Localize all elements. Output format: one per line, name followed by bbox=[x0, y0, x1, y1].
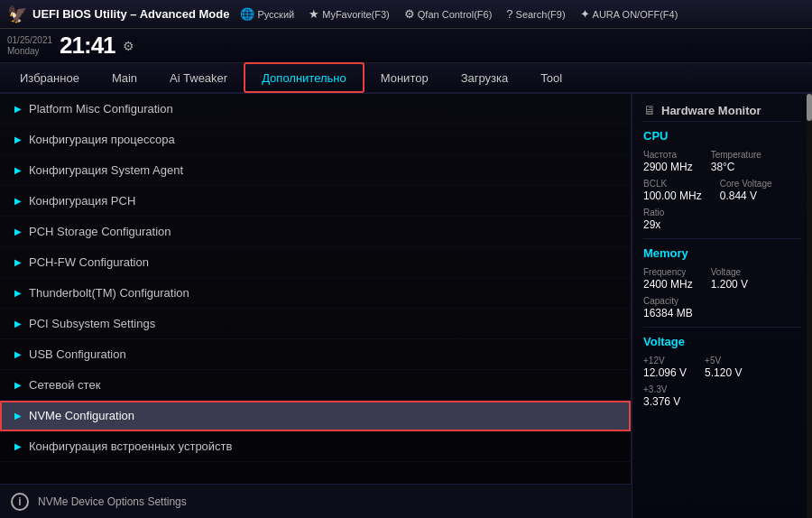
cpu-bclk-label: BCLK bbox=[643, 179, 702, 189]
menu-item-label: Конфигурация встроенных устройств bbox=[29, 439, 232, 453]
topbar: 🦅 UEFI BIOS Utility – Advanced Mode 🌐 Ру… bbox=[0, 0, 812, 29]
memory-voltage: Voltage 1.200 V bbox=[711, 267, 748, 291]
menu-thunderbolt[interactable]: ▶ Thunderbolt(TM) Configuration bbox=[0, 278, 631, 309]
voltage-12v: +12V 12.096 V bbox=[643, 356, 687, 379]
aura-label: AURA ON/OFF(F4) bbox=[593, 9, 678, 20]
voltage-row-2: +3.3V 3.376 V bbox=[643, 384, 801, 408]
arrow-icon: ▶ bbox=[14, 319, 22, 328]
arrow-icon: ▶ bbox=[14, 288, 22, 298]
nav-izbrannoye[interactable]: Избранное bbox=[4, 62, 96, 93]
cpu-row-3: Ratio 29x bbox=[643, 208, 801, 231]
time-display: 21:41 bbox=[60, 32, 115, 60]
star-icon: ★ bbox=[309, 7, 319, 21]
cpu-frequency-value: 2900 MHz bbox=[643, 161, 693, 173]
main-layout: ▶ Platform Misc Configuration ▶ Конфигур… bbox=[0, 94, 812, 518]
hw-monitor-title: Hardware Monitor bbox=[661, 104, 761, 117]
menu-item-label: PCI Subsystem Settings bbox=[29, 317, 155, 330]
memory-row-2: Capacity 16384 MB bbox=[643, 296, 801, 319]
voltage-3v3-label: +3.3V bbox=[643, 384, 680, 394]
arrow-icon: ▶ bbox=[14, 441, 22, 451]
cpu-frequency-label: Частота bbox=[643, 150, 693, 160]
nav-tool[interactable]: Tool bbox=[524, 62, 578, 93]
menu-item-label: Platform Misc Configuration bbox=[29, 102, 173, 116]
cpu-row-2: BCLK 100.00 MHz Core Voltage 0.844 V bbox=[643, 179, 801, 202]
qfan-button[interactable]: ⚙ Qfan Control(F6) bbox=[404, 7, 493, 21]
date-display: 01/25/2021 Monday bbox=[7, 35, 52, 57]
menu-cpu-config[interactable]: ▶ Конфигурация процессора bbox=[0, 125, 631, 155]
arrow-icon: ▶ bbox=[14, 227, 22, 236]
voltage-section-title: Voltage bbox=[643, 335, 801, 348]
memory-section-title: Memory bbox=[643, 246, 801, 260]
voltage-3v3-value: 3.376 V bbox=[643, 395, 680, 408]
datetime-bar: 01/25/2021 Monday 21:41 ⚙ bbox=[0, 29, 812, 63]
nav-main[interactable]: Main bbox=[96, 62, 153, 93]
voltage-12v-label: +12V bbox=[643, 356, 687, 365]
memory-capacity-label: Capacity bbox=[643, 296, 693, 306]
menu-pch-fw[interactable]: ▶ PCH-FW Configuration bbox=[0, 247, 631, 278]
menu-platform-misc[interactable]: ▶ Platform Misc Configuration bbox=[0, 94, 631, 125]
status-bar: i NVMe Device Options Settings bbox=[0, 484, 632, 518]
arrow-icon: ▶ bbox=[14, 349, 22, 359]
cpu-temperature-value: 38°C bbox=[711, 161, 761, 173]
menu-network[interactable]: ▶ Сетевой стек bbox=[0, 370, 631, 401]
myfavorite-button[interactable]: ★ MyFavorite(F3) bbox=[309, 7, 390, 21]
arrow-icon: ▶ bbox=[14, 380, 22, 390]
myfavorite-label: MyFavorite(F3) bbox=[322, 9, 390, 20]
status-text: NVMe Device Options Settings bbox=[38, 495, 187, 508]
aura-button[interactable]: ✦ AURA ON/OFF(F4) bbox=[580, 7, 678, 21]
menu-item-label: Конфигурация PCH bbox=[29, 194, 135, 208]
memory-row-1: Frequency 2400 MHz Voltage 1.200 V bbox=[643, 267, 801, 291]
menu-item-label: Конфигурация процессора bbox=[29, 133, 175, 146]
memory-voltage-label: Voltage bbox=[711, 267, 748, 277]
menu-item-label: Конфигурация System Agent bbox=[29, 163, 183, 177]
hw-scrollbar-thumb[interactable] bbox=[807, 94, 812, 121]
menu-pch-storage[interactable]: ▶ PCH Storage Configuration bbox=[0, 217, 631, 247]
logo: 🦅 UEFI BIOS Utility – Advanced Mode bbox=[7, 5, 229, 24]
cpu-ratio: Ratio 29x bbox=[643, 208, 664, 231]
menu-system-agent[interactable]: ▶ Конфигурация System Agent bbox=[0, 155, 631, 186]
logo-icon: 🦅 bbox=[7, 5, 27, 24]
memory-voltage-value: 1.200 V bbox=[711, 278, 748, 291]
menu-nvme[interactable]: ▶ NVMe Configuration bbox=[0, 401, 631, 431]
voltage-5v-value: 5.120 V bbox=[705, 366, 742, 379]
memory-frequency-label: Frequency bbox=[643, 267, 693, 277]
settings-icon[interactable]: ⚙ bbox=[123, 39, 134, 53]
memory-frequency: Frequency 2400 MHz bbox=[643, 267, 693, 291]
language-selector[interactable]: 🌐 Русский bbox=[240, 7, 294, 21]
nav-dopolnitelno[interactable]: Дополнительно bbox=[244, 62, 364, 93]
menu-usb-config[interactable]: ▶ USB Configuration bbox=[0, 339, 631, 370]
nav-ai-tweaker[interactable]: Ai Tweaker bbox=[153, 62, 244, 93]
menu-embedded[interactable]: ▶ Конфигурация встроенных устройств bbox=[0, 431, 631, 462]
arrow-icon: ▶ bbox=[14, 104, 22, 114]
arrow-icon: ▶ bbox=[14, 411, 22, 421]
nav-zagruzka[interactable]: Загрузка bbox=[445, 62, 525, 93]
arrow-icon: ▶ bbox=[14, 196, 22, 206]
voltage-row-1: +12V 12.096 V +5V 5.120 V bbox=[643, 356, 801, 379]
cpu-divider bbox=[643, 238, 801, 239]
cpu-ratio-value: 29x bbox=[643, 218, 664, 231]
menu-item-label: PCH Storage Configuration bbox=[29, 225, 171, 238]
cpu-bclk-value: 100.00 MHz bbox=[643, 190, 702, 202]
memory-divider bbox=[643, 327, 801, 328]
search-label: Search(F9) bbox=[516, 9, 566, 20]
voltage-3v3: +3.3V 3.376 V bbox=[643, 384, 680, 408]
menu-pci-subsystem[interactable]: ▶ PCI Subsystem Settings bbox=[0, 309, 631, 339]
hw-scrollbar[interactable] bbox=[807, 94, 812, 518]
aura-icon: ✦ bbox=[580, 7, 590, 21]
cpu-core-voltage-label: Core Voltage bbox=[720, 179, 772, 189]
cpu-bclk: BCLK 100.00 MHz bbox=[643, 179, 702, 202]
voltage-12v-value: 12.096 V bbox=[643, 366, 687, 379]
menu-item-label: PCH-FW Configuration bbox=[29, 255, 149, 269]
nav-bar: Избранное Main Ai Tweaker Дополнительно … bbox=[0, 63, 812, 94]
search-button[interactable]: ? Search(F9) bbox=[506, 7, 565, 21]
cpu-temperature: Temperature 38°C bbox=[711, 150, 761, 173]
nav-monitor[interactable]: Монитор bbox=[364, 62, 445, 93]
menu-pch-config[interactable]: ▶ Конфигурация PCH bbox=[0, 186, 631, 217]
cpu-temperature-label: Temperature bbox=[711, 150, 761, 160]
arrow-icon: ▶ bbox=[14, 165, 22, 175]
day-value: Monday bbox=[7, 46, 52, 57]
menu-item-label: Сетевой стек bbox=[29, 378, 100, 392]
menu-item-label: USB Configuration bbox=[29, 347, 126, 361]
language-label: Русский bbox=[257, 9, 294, 20]
menu-item-label: Thunderbolt(TM) Configuration bbox=[29, 286, 189, 300]
